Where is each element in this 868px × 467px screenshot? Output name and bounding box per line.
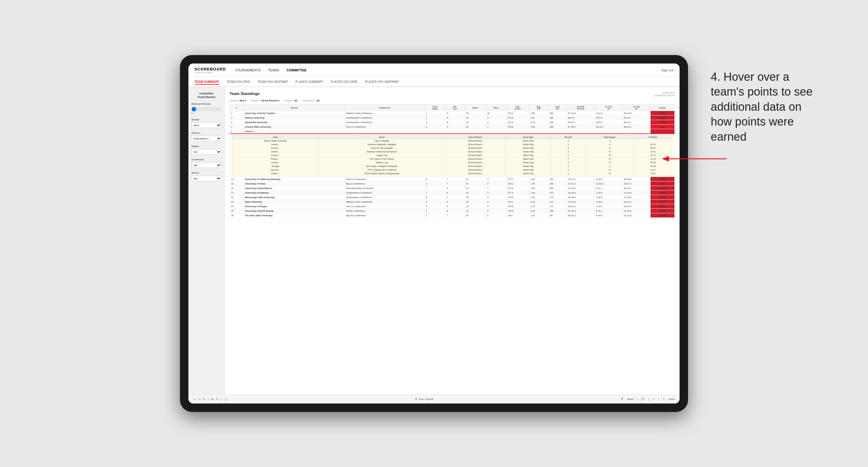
- table-row[interactable]: 24University of Oregon Pac-12 Conference…: [230, 204, 675, 209]
- table-row[interactable]: 5 Texas T... ...: [230, 129, 675, 134]
- toolbar-sep4: |: [648, 398, 649, 401]
- toolbar-sep5: |: [658, 398, 659, 401]
- list-item: Univers...Williams CupNCAA Division IStr…: [232, 161, 672, 164]
- filter-region: Region N/A All: [191, 145, 221, 155]
- update-time: Update time:13/03/2024 10:03:42: [654, 91, 675, 97]
- table-row[interactable]: 19University of Texas Big 12 Conference3…: [230, 182, 675, 186]
- nav-tournaments[interactable]: TOURNAMENTS: [235, 68, 261, 72]
- redo-icon[interactable]: ↪: [198, 398, 200, 401]
- list-item: Univers...Southern Highlands CollegiateN…: [232, 143, 672, 146]
- logo-subtitle: Powered by clippd: [194, 71, 226, 73]
- list-item: Univers...2023 Sahalee Players Champions…: [232, 172, 672, 176]
- annotation-text: 4. Hover over a team's points to see add…: [711, 69, 813, 144]
- col-avg-sg: Avg.SG: [529, 105, 548, 111]
- edit-icon[interactable]: ✎: [216, 398, 218, 401]
- sign-out-button[interactable]: Sign out: [657, 68, 674, 72]
- col-wins: Wins: [486, 105, 506, 111]
- comment-icon[interactable]: 💬: [642, 398, 645, 401]
- subnav-team-h2h-grid[interactable]: TEAM H2H GRID: [226, 80, 250, 84]
- list-item: Univers...National Invitational Tourname…: [232, 150, 672, 154]
- col-rank: #: [230, 105, 244, 111]
- list-item: Arizona State UniversityCabo CollegiateN…: [232, 139, 672, 143]
- table-row[interactable]: 22Mississippi State University Southeast…: [230, 195, 675, 199]
- col-adj-score: Adj.Score: [506, 105, 529, 111]
- view-label[interactable]: View: Original: [418, 398, 433, 401]
- copy-icon[interactable]: ⧉: [211, 398, 213, 401]
- school-select[interactable]: (All): [191, 176, 221, 181]
- tablet-screen: SCOREBOARD Powered by clippd TOURNAMENTS…: [188, 64, 680, 403]
- col-low-sg: LowSG: [548, 105, 567, 111]
- bottom-toolbar: ↩ ↪ ↻ | ⧉ ✎ | 🕐 👁 View: Original 👁 Watch…: [188, 395, 680, 403]
- subnav-team-summary[interactable]: TEAM SUMMARY: [194, 80, 219, 85]
- table-title: Team Standings: [229, 91, 259, 96]
- table-row[interactable]: 18University of California, Berkeley Pac…: [230, 177, 675, 182]
- share-button[interactable]: Share: [669, 398, 675, 401]
- filter-min-rounds: Minimum Rounds 0: [191, 102, 221, 115]
- filter-region-value: All: [294, 99, 297, 102]
- table-header-row: Team Standings Update time:13/03/2024 10…: [229, 91, 675, 97]
- table-row-highlighted[interactable]: 4 Arizona State University Pac-12 Confer…: [230, 125, 675, 129]
- col-school: School: [244, 105, 345, 111]
- table-row[interactable]: 3 Vanderbilt University Southeastern Con…: [230, 120, 675, 125]
- expand-icon[interactable]: ⤢: [653, 398, 655, 401]
- panel-title: CommitteePortal Review: [191, 92, 221, 99]
- nav-committee[interactable]: COMMITTEE: [287, 68, 307, 72]
- separator2: |: [220, 398, 221, 401]
- toolbar-right: 👁 Watch | 💬 | ⤢ | ↗ Share: [621, 398, 675, 401]
- list-item: Univers...Amer Ari IntercollegiateNCAA D…: [232, 146, 672, 150]
- toolbar-center: 👁 View: Original: [415, 398, 433, 401]
- gender-select[interactable]: Men's Women's: [191, 123, 221, 128]
- table-row[interactable]: 1 University of North Carolina Atlantic …: [230, 111, 675, 116]
- list-item: East Ter...OFCC Fighting Illini Invitati…: [232, 168, 672, 172]
- annotation-container: 4. Hover over a team's points to see add…: [711, 69, 813, 144]
- col-vs25: Vs Top25: [595, 105, 622, 111]
- filter-conference-value: All: [317, 99, 320, 102]
- list-item: GeorgiaBen Hogan Collegiate Invitational…: [232, 164, 672, 168]
- min-rounds-slider[interactable]: [191, 107, 221, 112]
- division-select[interactable]: NCAA Division I NCAA Division II: [191, 136, 221, 141]
- conference-select[interactable]: (All): [191, 162, 221, 168]
- col-bnds: Bnds: [465, 105, 486, 111]
- col-overall: OverallRecord: [567, 105, 595, 111]
- watch-button[interactable]: Watch: [627, 398, 633, 401]
- filter-division-value: NCAA Division I: [261, 99, 280, 102]
- right-panel: Team Standings Update time:13/03/2024 10…: [225, 87, 680, 395]
- expanded-inner-table: Team Event Event Division Event Type Rou…: [232, 135, 672, 176]
- nav-links: TOURNAMENTS TEAMS COMMITTEE: [235, 68, 657, 72]
- view-icon: 👁: [415, 398, 417, 401]
- table-row[interactable]: 21University of Alabama Southeastern Con…: [230, 191, 675, 195]
- filter-conference: Conference (All): [191, 158, 221, 168]
- share-icon: ↗: [663, 398, 665, 401]
- filter-gender-value: Men's: [240, 99, 246, 102]
- subnav-player-summary[interactable]: PLAYER SUMMARY: [296, 80, 323, 84]
- expanded-row: Team Event Event Division Event Type Rou…: [230, 134, 675, 177]
- table-row[interactable]: 25University of North Florida ASUN Confe…: [230, 209, 675, 213]
- navbar: SCOREBOARD Powered by clippd TOURNAMENTS…: [188, 64, 680, 77]
- subnav-team-h2h-heatmap[interactable]: TEAM H2H HEATMAP: [258, 80, 288, 84]
- subnav: TEAM SUMMARY TEAM H2H GRID TEAM H2H HEAT…: [188, 77, 680, 87]
- filter-row: Gender: Men's Division: NCAA Division I …: [229, 99, 675, 102]
- col-points: Points: [650, 105, 675, 111]
- clock-icon[interactable]: 🕐: [223, 398, 227, 401]
- undo-icon[interactable]: ↩: [193, 398, 196, 401]
- col-conference: Conference: [345, 105, 425, 111]
- table-row[interactable]: 2 Auburn University Southeastern Confere…: [230, 116, 675, 120]
- filter-division: Division NCAA Division I NCAA Division I…: [191, 131, 221, 141]
- nav-teams[interactable]: TEAMS: [268, 68, 279, 72]
- table-row[interactable]: 26The Ohio State University Big Ten Conf…: [230, 213, 675, 218]
- col-tours: NoTour: [445, 105, 465, 111]
- refresh-icon[interactable]: ↻: [203, 398, 205, 401]
- annotation-arrow: [666, 154, 726, 163]
- subnav-player-h2h-grid[interactable]: PLAYER H2H GRID: [331, 80, 358, 84]
- filter-gender: Gender Men's Women's: [191, 118, 221, 128]
- separator: |: [208, 398, 209, 401]
- region-select[interactable]: N/A All: [191, 149, 221, 155]
- tablet-frame: SCOREBOARD Powered by clippd TOURNAMENTS…: [180, 55, 688, 412]
- col-vs50: Vs Top50: [622, 105, 650, 111]
- table-row[interactable]: 23Duke University Atlantic Coast Confere…: [230, 199, 675, 204]
- list-item: Florida I...The Cypress Point ClassicNCA…: [232, 157, 672, 161]
- watch-icon: 👁: [621, 398, 623, 401]
- table-row[interactable]: 20University of New Mexico Mountain West…: [230, 186, 675, 191]
- subnav-player-h2h-heatmap[interactable]: PLAYER H2H HEATMAP: [365, 80, 399, 84]
- toolbar-sep3: |: [637, 398, 638, 401]
